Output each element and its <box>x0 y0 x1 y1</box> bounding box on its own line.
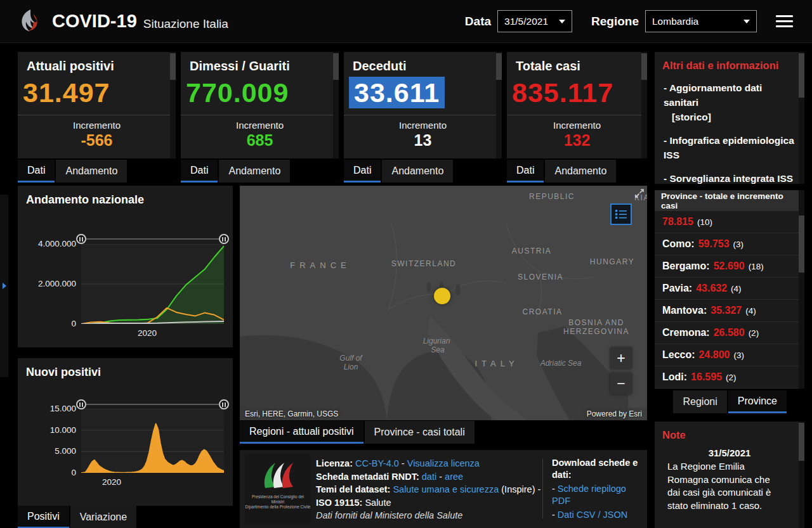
nuovi-tab-positivi[interactable]: Positivi <box>18 506 69 528</box>
footer-link[interactable]: Schede riepilogo PDF <box>552 484 626 506</box>
footer-link[interactable]: Salute umana e sicurezza <box>393 484 499 494</box>
x-axis-tick-label: 2020 <box>86 477 137 487</box>
chart-title: Andamento nazionale <box>18 186 233 207</box>
footer-link[interactable]: Visualizza licenza <box>407 458 480 468</box>
grip-icon <box>225 237 226 241</box>
province-name: Cremona: <box>662 327 710 338</box>
map-label: SWITZERLAND <box>391 259 457 268</box>
province-row: Lecco:24.800(3) <box>655 344 804 366</box>
footer-link[interactable]: CC-BY-4.0 <box>355 458 399 468</box>
expand-icon[interactable] <box>634 188 645 202</box>
province-name: Mantova: <box>662 305 707 316</box>
regione-select[interactable]: Lombardia <box>645 10 757 32</box>
scrollbar-thumb[interactable] <box>170 53 176 80</box>
tab-andamento[interactable]: Andamento <box>382 160 453 183</box>
link-item[interactable]: - Aggiornamento dati sanitari [storico] <box>655 72 804 124</box>
map-attribution: Esri, HERE, Garmin, USGS <box>240 408 343 420</box>
x-axis-tick-label: 2020 <box>122 328 173 338</box>
time-range-slider[interactable] <box>86 404 219 405</box>
stat-card-tabs: DatiAndamento <box>18 160 127 183</box>
scrollbar[interactable] <box>641 52 647 158</box>
protezione-civile-footer-logo: Presidenza del Consiglio dei MinistriDip… <box>245 454 311 524</box>
y-axis-tick-label: 0 <box>18 319 76 328</box>
footer-text: - <box>436 472 445 482</box>
increment-value: 685 <box>181 131 339 150</box>
footer-link[interactable]: aree <box>445 472 463 482</box>
footer-text: - <box>552 510 558 520</box>
right-tab-regioni[interactable]: Regioni <box>673 390 726 413</box>
footer-text: Salute <box>365 498 391 508</box>
link-item[interactable]: - Sorveglianza integrata ISS <box>655 162 804 184</box>
stat-card-title: Totale casi <box>507 52 647 74</box>
stat-card-title: Deceduti <box>344 52 502 74</box>
menu-button[interactable] <box>776 12 793 30</box>
time-slider-handle-left[interactable] <box>76 234 86 244</box>
tab-andamento[interactable]: Andamento <box>545 160 616 183</box>
time-range-slider[interactable] <box>86 238 219 240</box>
scrollbar[interactable] <box>799 52 804 184</box>
chart2-panel-plot[interactable] <box>81 409 224 473</box>
map-label: ITALY <box>475 359 518 368</box>
increment-value: -566 <box>18 131 176 150</box>
scrollbar-thumb[interactable] <box>641 53 647 80</box>
scrollbar-thumb[interactable] <box>799 53 804 98</box>
link-item[interactable]: - Infografica epidemiologica ISS <box>655 124 804 162</box>
time-slider-handle-right[interactable] <box>219 234 229 244</box>
scrollbar[interactable] <box>799 190 804 389</box>
zoom-in-button[interactable]: + <box>610 347 632 369</box>
footer-link[interactable]: Dati CSV / JSON <box>558 510 627 520</box>
tab-andamento[interactable]: Andamento <box>56 160 127 183</box>
province-value: 52.690 <box>714 261 745 272</box>
header: COVID-19 Situazione Italia Data 31/5/202… <box>0 0 812 43</box>
time-slider-handle-right[interactable] <box>219 399 229 409</box>
scrollbar[interactable] <box>799 422 804 528</box>
map-label: Lion <box>344 363 358 371</box>
scrollbar-thumb[interactable] <box>496 53 502 80</box>
note-panel: Note 31/5/2021 La Regione Emilia Romagna… <box>655 422 804 528</box>
chart-title: Nuovi positivi <box>18 358 233 379</box>
footer-link[interactable]: dati <box>422 472 436 482</box>
province-name: Pavia: <box>662 283 692 294</box>
time-slider-handle-left[interactable] <box>76 399 86 409</box>
increment-label: Incremento <box>344 115 502 131</box>
tab-dati[interactable]: Dati <box>181 160 218 183</box>
footer-panel: Presidenza del Consiglio dei MinistriDip… <box>240 450 647 528</box>
scrollbar-thumb[interactable] <box>799 423 804 461</box>
map-marker-lombardia[interactable] <box>434 288 450 304</box>
province-value: 59.753 <box>698 238 730 250</box>
nuovi-tab-variazione[interactable]: Variazione <box>70 506 136 528</box>
province-value: 16.595 <box>691 371 722 383</box>
date-select[interactable]: 31/5/2021 <box>497 10 572 32</box>
tab-andamento[interactable]: Andamento <box>219 160 290 183</box>
tab-dati[interactable]: Dati <box>344 160 381 183</box>
map[interactable]: REPUBLICKIAAUSTRIAHUNGARYFRANCESWITZERLA… <box>240 186 647 420</box>
scrollbar-thumb[interactable] <box>799 216 804 273</box>
province-increment: (18) <box>749 262 764 271</box>
province-increment: (10) <box>697 217 712 227</box>
scrollbar[interactable] <box>496 52 502 158</box>
zoom-out-button[interactable]: − <box>610 373 632 394</box>
chart1-panel-plot[interactable] <box>81 244 224 324</box>
increment-label: Incremento <box>507 115 647 131</box>
scrollbar[interactable] <box>333 52 339 158</box>
app-subtitle: Situazione Italia <box>143 12 228 31</box>
tab-dati[interactable]: Dati <box>18 160 55 183</box>
date-label: Data <box>465 15 491 29</box>
scrollbar-thumb[interactable] <box>333 53 339 80</box>
y-axis-tick-label: 0 <box>18 468 76 477</box>
grip-icon <box>222 402 223 407</box>
increment-label: Incremento <box>181 115 339 131</box>
y-axis-tick-label: 10.000 <box>18 425 76 435</box>
sidebar-expand-button[interactable] <box>0 195 8 377</box>
chevron-right-icon <box>3 283 6 289</box>
province-row: 78.815(10) <box>655 211 804 233</box>
right-tab-province[interactable]: Province <box>728 390 787 413</box>
stat-card-value: 33.611 <box>344 74 502 108</box>
legend-button[interactable] <box>610 203 632 225</box>
map-tab-regioni-attuali-positivi[interactable]: Regioni - attuali positivi <box>240 421 363 444</box>
map-tab-province-casi-totali[interactable]: Province - casi totali <box>365 421 475 444</box>
stat-card-title: Dimessi / Guariti <box>181 52 339 74</box>
y-axis-tick-label: 2.000.000 <box>18 279 76 288</box>
tab-dati[interactable]: Dati <box>507 160 544 183</box>
scrollbar[interactable] <box>170 52 176 158</box>
